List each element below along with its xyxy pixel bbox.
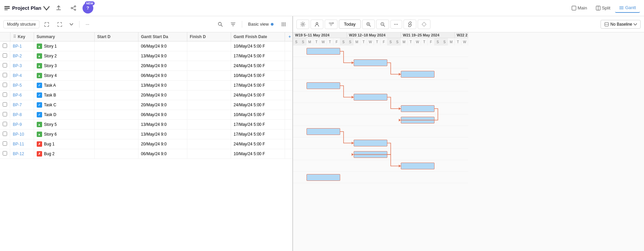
view-tabs: Main Split Gantt <box>568 3 640 13</box>
col-header-key[interactable]: ⠿ Key <box>10 32 34 41</box>
issue-key-link[interactable]: BP-2 <box>13 54 22 58</box>
issue-finish <box>187 120 231 130</box>
issue-start <box>94 51 138 61</box>
issue-type-icon: ✓ <box>37 83 42 88</box>
day-header-cell: M <box>401 38 408 46</box>
share-button[interactable] <box>53 4 64 12</box>
table-row: BP-11✗Bug 120/May/24 9:024/May/24 5:00 F <box>0 139 292 149</box>
gantt-bar[interactable] <box>354 94 387 101</box>
col-header-summary[interactable]: Summary <box>34 32 94 41</box>
add-col <box>285 100 292 110</box>
table-row: BP-12✗Bug 206/May/24 9:010/May/24 5:00 F <box>0 149 292 159</box>
svg-point-3 <box>74 6 76 7</box>
day-header-cell: W <box>320 38 327 46</box>
issue-key-link[interactable]: BP-8 <box>13 112 22 117</box>
issue-start <box>94 41 138 51</box>
issue-summary: Story 1 <box>44 44 57 49</box>
issue-key-link[interactable]: BP-5 <box>13 83 22 88</box>
tab-main[interactable]: Main <box>568 3 591 12</box>
day-header-cell: S <box>293 38 300 46</box>
gantt-bar[interactable] <box>354 59 387 66</box>
row-checkbox[interactable] <box>3 73 7 77</box>
gantt-bar[interactable] <box>307 48 340 55</box>
row-checkbox[interactable] <box>3 132 7 136</box>
gantt-row <box>293 149 468 160</box>
row-checkbox[interactable] <box>3 53 7 58</box>
row-checkbox[interactable] <box>3 151 7 156</box>
today-button[interactable]: Today <box>339 20 361 29</box>
row-checkbox[interactable] <box>3 102 7 107</box>
gantt-bar[interactable] <box>307 82 340 89</box>
add-col <box>285 130 292 139</box>
row-checkbox[interactable] <box>3 122 7 126</box>
day-header-cell: M <box>354 38 360 46</box>
modify-structure-button[interactable]: Modify structure <box>3 20 39 28</box>
expand-all-button[interactable] <box>41 20 52 28</box>
tab-gantt[interactable]: Gantt <box>615 3 640 13</box>
gantt-people-button[interactable] <box>311 20 323 29</box>
gantt-link-button[interactable] <box>404 20 416 29</box>
dropdown-button[interactable] <box>67 22 76 27</box>
project-icon <box>4 5 10 11</box>
issue-key-link[interactable]: BP-9 <box>13 122 22 127</box>
col-header-add[interactable]: + <box>285 32 292 41</box>
gantt-row <box>293 126 468 137</box>
more-options-button[interactable]: ··· <box>83 20 92 28</box>
basic-view-button[interactable]: Basic view <box>246 20 276 28</box>
issue-summary: Story 4 <box>44 73 57 78</box>
issue-type-icon: ▲ <box>37 63 42 68</box>
issue-key-link[interactable]: BP-1 <box>13 44 22 49</box>
row-checkbox[interactable] <box>3 83 7 87</box>
share-link-button[interactable] <box>68 4 79 12</box>
gantt-bar[interactable] <box>401 71 434 78</box>
issue-key-link[interactable]: BP-4 <box>13 73 22 78</box>
tab-split[interactable]: Split <box>592 3 614 12</box>
gantt-more-button[interactable]: ··· <box>390 20 402 29</box>
gantt-filter2-button[interactable] <box>325 20 337 29</box>
col-header-gantt-start[interactable]: Gantt Start Da <box>138 32 187 41</box>
day-header-cell: T <box>360 38 367 46</box>
gantt-diamond-button[interactable] <box>418 20 430 29</box>
gantt-bar[interactable] <box>354 140 387 146</box>
columns-button[interactable] <box>278 20 289 28</box>
gantt-chart[interactable]: W19 5–11 May 2024W20 12–18 May 2024W21 1… <box>293 32 644 251</box>
gantt-bar[interactable] <box>401 163 434 169</box>
collapse-all-button[interactable] <box>54 20 65 28</box>
gantt-start: 06/May/24 9:0 <box>138 110 187 120</box>
gantt-start: 13/May/24 9:0 <box>138 130 187 139</box>
baseline-button[interactable]: No Baseline <box>601 20 641 29</box>
row-checkbox[interactable] <box>3 92 7 97</box>
issue-key-link[interactable]: BP-3 <box>13 63 22 68</box>
gantt-bar[interactable] <box>307 128 340 135</box>
row-checkbox[interactable] <box>3 112 7 116</box>
gantt-bar[interactable] <box>354 151 387 158</box>
gantt-bar[interactable] <box>401 117 434 123</box>
zoom-out-button[interactable] <box>376 20 389 29</box>
filter-button[interactable] <box>228 20 238 28</box>
col-header-start[interactable]: Start D <box>94 32 138 41</box>
zoom-in-button[interactable] <box>362 20 375 29</box>
issue-key-link[interactable]: BP-10 <box>13 132 24 137</box>
issue-key-link[interactable]: BP-7 <box>13 103 22 107</box>
gantt-settings-button[interactable] <box>296 20 309 29</box>
week-label: W19 5–11 May 2024 <box>293 32 347 38</box>
row-checkbox[interactable] <box>3 63 7 67</box>
row-checkbox[interactable] <box>3 44 7 48</box>
col-header-gantt-finish[interactable]: Gantt Finish Date <box>231 32 285 41</box>
search-button[interactable] <box>215 20 226 28</box>
row-checkbox[interactable] <box>3 141 7 146</box>
right-panel: Today ··· No Baseline <box>293 16 644 251</box>
help-button[interactable]: ? NEW <box>83 3 93 13</box>
issue-key-link[interactable]: BP-12 <box>13 151 24 156</box>
issue-key-link[interactable]: BP-11 <box>13 142 24 146</box>
gantt-bar[interactable] <box>307 174 340 181</box>
project-name: Project Plan <box>12 5 41 11</box>
issues-table: ⠿ Key Summary Start D Gantt Start Da Fin… <box>0 32 292 159</box>
gantt-finish: 10/May/24 5:00 F <box>231 41 285 51</box>
col-header-finish[interactable]: Finish D <box>187 32 231 41</box>
gantt-bar[interactable] <box>401 105 434 112</box>
svg-line-6 <box>72 7 74 8</box>
zoom-in-icon <box>366 22 371 27</box>
project-title[interactable]: Project Plan <box>4 5 50 11</box>
issue-key-link[interactable]: BP-6 <box>13 93 22 97</box>
